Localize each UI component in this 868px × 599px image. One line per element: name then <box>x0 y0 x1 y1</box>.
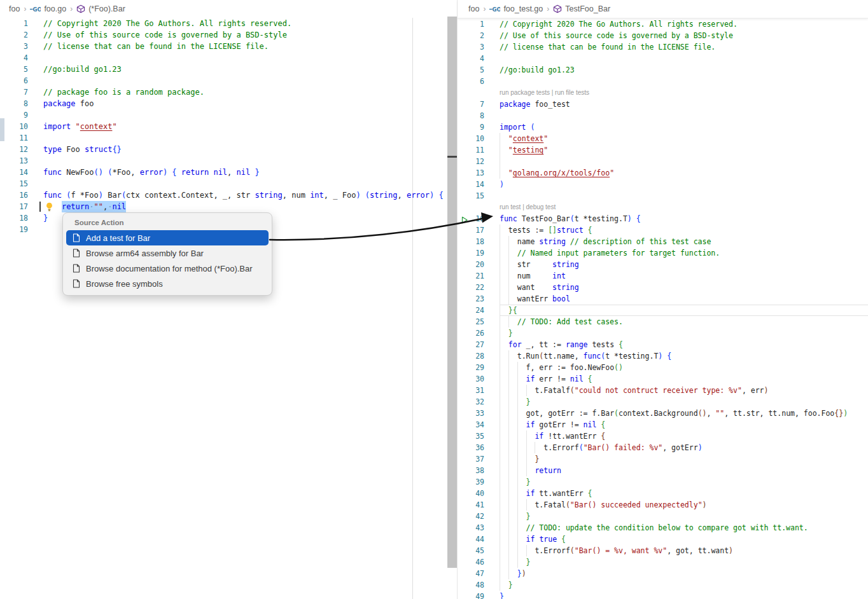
code-line[interactable]: 8 <box>458 110 868 121</box>
line-number[interactable]: 31 <box>458 385 484 396</box>
line-number[interactable]: 39 <box>458 476 484 488</box>
line-number[interactable]: 12 <box>458 156 484 167</box>
code-line[interactable]: 46 } <box>458 556 868 568</box>
code-line[interactable]: 4 <box>0 52 457 64</box>
line-number[interactable]: 15 <box>0 178 28 189</box>
breadcrumb-item[interactable]: (*Foo).Bar <box>88 4 125 13</box>
code-line[interactable]: 4 <box>458 53 868 64</box>
code-line[interactable]: 2// Use of this source code is governed … <box>458 30 868 41</box>
line-number[interactable]: 38 <box>458 465 484 476</box>
code-line[interactable]: 3// license that can be found in the LIC… <box>458 41 868 53</box>
code-line[interactable]: 22 want string <box>458 282 868 293</box>
codelens-row[interactable]: run test | debug test <box>458 202 868 213</box>
menu-item[interactable]: Browse free symbols <box>66 276 269 291</box>
line-number[interactable]: 14 <box>458 179 484 190</box>
breadcrumb-item[interactable]: foo_test.go <box>503 4 543 13</box>
code-line[interactable]: 5//go:build go1.23 <box>458 64 868 76</box>
code-line[interactable]: 19 // Named input parameters for target … <box>458 247 868 259</box>
code-line[interactable]: 16func (f *Foo) Bar(ctx context.Context,… <box>0 189 457 201</box>
code-line[interactable]: 45 t.Errorf("Bar() = %v, want %v", got, … <box>458 545 868 556</box>
code-line[interactable]: 44 if true { <box>458 534 868 545</box>
code-line[interactable]: 28 t.Run(tt.name, func(t *testing.T) { <box>458 350 868 362</box>
line-number[interactable]: 20 <box>458 259 484 270</box>
menu-item[interactable]: Browse arm64 assembly for Bar <box>66 245 269 261</box>
line-number[interactable]: 24 <box>458 305 484 316</box>
code-line[interactable]: 27 for _, tt := range tests { <box>458 339 868 350</box>
code-line[interactable]: 5//go:build go1.23 <box>0 64 457 75</box>
line-number[interactable]: 14 <box>0 167 28 178</box>
code-line[interactable]: 38 return <box>458 465 868 476</box>
line-number[interactable]: 46 <box>458 556 484 568</box>
code-line[interactable]: 7// package foo is a random package. <box>0 86 457 98</box>
vertical-scrollbar[interactable] <box>447 17 457 568</box>
line-number[interactable]: 12 <box>0 144 28 155</box>
line-number[interactable] <box>458 87 484 99</box>
line-number[interactable]: 2 <box>0 29 28 41</box>
line-number[interactable]: 6 <box>0 75 28 86</box>
code-line[interactable]: 26 } <box>458 327 868 339</box>
code-line[interactable]: 31 t.Fatalf("could not contruct receiver… <box>458 385 868 396</box>
line-number[interactable]: 2 <box>458 30 484 41</box>
line-number[interactable]: 17 <box>458 224 484 236</box>
line-number[interactable]: 21 <box>458 270 484 282</box>
menu-item[interactable]: Add a test for Bar <box>66 230 269 245</box>
breadcrumb[interactable]: foo›GOfoo_test.go›TestFoo_Bar <box>458 0 868 18</box>
line-number[interactable]: 19 <box>0 224 28 235</box>
line-number[interactable]: 33 <box>458 408 484 419</box>
line-number[interactable]: 18 <box>0 212 28 224</box>
line-number[interactable]: 43 <box>458 522 484 534</box>
code-line[interactable]: 29 f, err := foo.NewFoo() <box>458 362 868 373</box>
line-number[interactable]: 1 <box>458 18 484 30</box>
line-number[interactable]: 32 <box>458 396 484 408</box>
code-line[interactable]: 2// Use of this source code is governed … <box>0 29 457 41</box>
code-line[interactable]: 33 got, gotErr := f.Bar(context.Backgrou… <box>458 408 868 419</box>
lightbulb-icon[interactable] <box>45 202 53 212</box>
code-line[interactable]: 42 } <box>458 511 868 522</box>
line-number[interactable]: 7 <box>458 99 484 110</box>
code-line[interactable]: 20 str string <box>458 259 868 270</box>
code-line[interactable]: 11 <box>0 132 457 144</box>
code-line[interactable]: 11 "testing" <box>458 144 868 156</box>
code-line[interactable]: 24 }{ <box>458 305 868 316</box>
code-editor[interactable]: 1// Copyright 2020 The Go Authors. All r… <box>458 18 868 599</box>
line-number[interactable]: 13 <box>0 155 28 167</box>
line-number[interactable]: 36 <box>458 442 484 453</box>
code-line[interactable]: 37 } <box>458 453 868 465</box>
line-number[interactable]: 29 <box>458 362 484 373</box>
code-line[interactable]: 9import ( <box>458 121 868 133</box>
menu-item[interactable]: Browse documentation for method (*Foo).B… <box>66 261 269 276</box>
line-number[interactable]: 4 <box>0 52 28 64</box>
code-editor[interactable]: 1// Copyright 2020 The Go Authors. All r… <box>0 18 457 235</box>
line-number[interactable]: 17 <box>0 201 28 212</box>
line-number[interactable]: 34 <box>458 419 484 430</box>
code-line[interactable]: 1// Copyright 2020 The Go Authors. All r… <box>0 18 457 29</box>
line-number[interactable]: 47 <box>458 568 484 579</box>
line-number[interactable]: 5 <box>458 64 484 76</box>
line-number[interactable]: 9 <box>458 121 484 133</box>
line-number[interactable]: 26 <box>458 327 484 339</box>
code-line[interactable]: 13 "golang.org/x/tools/foo" <box>458 167 868 179</box>
line-number[interactable]: 49 <box>458 591 484 599</box>
codelens-links[interactable]: run test | debug test <box>500 202 868 213</box>
code-line[interactable]: 1// Copyright 2020 The Go Authors. All r… <box>458 18 868 30</box>
breadcrumb-item[interactable]: foo <box>468 4 479 13</box>
line-number[interactable]: 8 <box>0 98 28 109</box>
code-line[interactable]: 9 <box>0 109 457 121</box>
code-line[interactable]: 35 if !tt.wantErr { <box>458 430 868 442</box>
code-line[interactable]: 25 // TODO: Add test cases. <box>458 316 868 327</box>
code-line[interactable]: 39 } <box>458 476 868 488</box>
line-number[interactable]: 48 <box>458 579 484 591</box>
run-test-icon[interactable] <box>461 216 468 224</box>
code-line[interactable]: 36 t.Errorf("Bar() failed: %v", gotErr) <box>458 442 868 453</box>
line-number[interactable]: 10 <box>458 133 484 144</box>
code-line[interactable]: 16func TestFoo_Bar(t *testing.T) { <box>458 213 868 224</box>
line-number[interactable]: 3 <box>458 41 484 53</box>
line-number[interactable]: 7 <box>0 86 28 98</box>
line-number[interactable] <box>458 202 484 213</box>
code-line[interactable]: 6 <box>0 75 457 86</box>
line-number[interactable]: 28 <box>458 350 484 362</box>
code-line[interactable]: 8package foo <box>0 98 457 109</box>
code-line[interactable]: 13 <box>0 155 457 167</box>
code-line[interactable]: 6 <box>458 76 868 87</box>
code-line[interactable]: 14func NewFoo() (*Foo, error) { return n… <box>0 167 457 178</box>
